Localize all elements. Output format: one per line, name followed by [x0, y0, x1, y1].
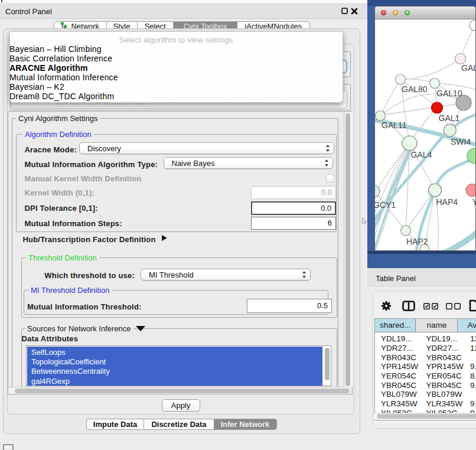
svg-text:GAL10: GAL10 [436, 89, 462, 98]
svg-text:GAL4: GAL4 [411, 150, 432, 159]
svg-text:HAP2: HAP2 [406, 237, 428, 246]
svg-text:SWI4: SWI4 [451, 137, 471, 146]
svg-text:GAL1: GAL1 [439, 113, 460, 123]
svg-text:GAL80: GAL80 [402, 84, 428, 94]
svg-text:GAL11: GAL11 [382, 120, 407, 130]
svg-text:HAP4: HAP4 [436, 197, 458, 207]
svg-text:GAL2: GAL2 [461, 63, 476, 73]
svg-text:GCY1: GCY1 [375, 200, 396, 210]
svg-text:Y: Y [472, 197, 476, 207]
